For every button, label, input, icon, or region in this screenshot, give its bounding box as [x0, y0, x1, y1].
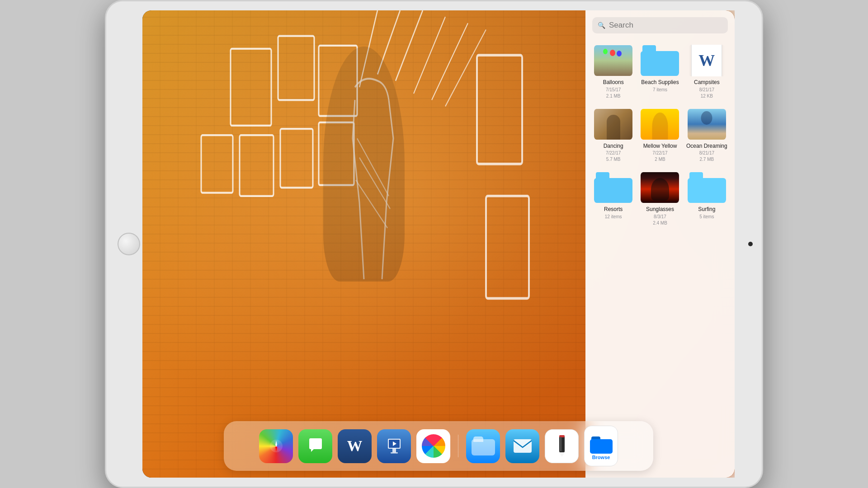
file-item-resorts[interactable]: Resorts 12 items: [590, 167, 637, 231]
browse-label: Browse: [592, 455, 610, 460]
file-name-campsites: Campsites: [694, 79, 720, 86]
dock-divider: [458, 435, 458, 457]
safari-compass-icon: [267, 437, 285, 455]
file-item-balloons[interactable]: Balloons 7/15/172.1 MB: [590, 40, 637, 104]
file-thumb-campsites: W: [688, 45, 726, 76]
file-name-ocean: Ocean Dreaming: [686, 143, 727, 150]
browse-folder-icon: [590, 436, 613, 454]
file-thumb-balloons: [594, 45, 632, 76]
dock-app-photos[interactable]: [416, 429, 450, 463]
dock-app-messages[interactable]: [298, 429, 332, 463]
ipad-frame: 🔍 Balloons 7/15: [105, 0, 763, 488]
photos-pinwheel-icon: [422, 434, 445, 458]
dock-app-keynote[interactable]: [377, 429, 411, 463]
file-item-dancing[interactable]: Dancing 7/22/175.7 MB: [590, 104, 637, 168]
ipad-screen: 🔍 Balloons 7/15: [142, 10, 735, 478]
mail-envelope-icon: [513, 438, 533, 454]
files-folder-icon: [472, 436, 495, 455]
file-meta-surfing: 5 items: [699, 214, 714, 220]
file-item-beach-supplies[interactable]: Beach Supplies 7 items: [637, 40, 683, 104]
files-panel: 🔍 Balloons 7/15: [585, 10, 735, 478]
side-sensor: [748, 242, 753, 246]
pencil-icon: [553, 434, 571, 458]
search-icon: 🔍: [598, 22, 605, 29]
svg-rect-30: [559, 435, 565, 437]
file-name-resorts: Resorts: [604, 206, 623, 213]
file-item-sunglasses[interactable]: Sunglasses 8/3/172.4 MB: [637, 167, 683, 231]
file-item-ocean-dreaming[interactable]: Ocean Dreaming 8/21/172.7 MB: [684, 104, 730, 168]
file-meta-resorts: 12 items: [605, 214, 622, 220]
messages-bubble-icon: [306, 436, 326, 456]
file-thumb-resorts: [594, 172, 632, 203]
home-button[interactable]: [118, 233, 140, 255]
dock-app-word[interactable]: W: [338, 429, 372, 463]
svg-rect-27: [514, 439, 532, 453]
file-item-mellow-yellow[interactable]: Mellow Yellow 7/22/172 MB: [637, 104, 683, 168]
dock: W: [224, 421, 653, 471]
file-meta-balloons: 7/15/172.1 MB: [606, 87, 621, 99]
file-meta-beach: 7 items: [653, 87, 667, 93]
file-thumb-surfing: [688, 172, 726, 203]
dock-app-safari[interactable]: [259, 429, 293, 463]
keynote-icon: [384, 436, 404, 456]
search-input[interactable]: [609, 21, 722, 30]
file-thumb-mellow: [641, 108, 679, 140]
file-name-beach: Beach Supplies: [641, 79, 679, 86]
file-meta-campsites: 8/21/1712 KB: [699, 87, 714, 99]
file-item-surfing[interactable]: Surfing 5 items: [684, 167, 730, 231]
svg-rect-24: [392, 449, 396, 452]
file-name-sunglasses: Sunglasses: [646, 206, 674, 213]
word-w-icon: W: [347, 437, 363, 455]
dock-app-files[interactable]: [466, 429, 500, 463]
file-meta-dancing: 7/22/175.7 MB: [606, 150, 621, 163]
file-meta-mellow: 7/22/172 MB: [652, 150, 667, 163]
svg-rect-25: [391, 452, 398, 454]
file-item-campsites[interactable]: W Campsites 8/21/1712 KB: [684, 40, 730, 104]
file-name-surfing: Surfing: [698, 206, 715, 213]
file-thumb-dancing: [594, 108, 632, 140]
file-name-dancing: Dancing: [604, 143, 623, 150]
dock-app-browse[interactable]: Browse: [584, 426, 618, 466]
search-bar[interactable]: 🔍: [592, 17, 728, 33]
person-silhouette: [323, 47, 405, 282]
dock-app-pencil[interactable]: [545, 429, 579, 463]
word-icon: W: [698, 52, 715, 69]
file-name-balloons: Balloons: [603, 79, 624, 86]
dock-app-mail[interactable]: [505, 429, 539, 463]
files-grid: Balloons 7/15/172.1 MB Beach Supplies 7: [585, 38, 735, 233]
file-thumb-sunglasses: [641, 172, 679, 203]
svg-marker-29: [559, 452, 565, 457]
svg-rect-28: [559, 436, 565, 452]
svg-rect-31: [560, 437, 561, 451]
file-meta-sunglasses: 8/3/172.4 MB: [653, 214, 667, 226]
file-meta-ocean: 8/21/172.7 MB: [699, 150, 714, 163]
file-thumb-ocean: [688, 108, 726, 140]
file-thumb-beach: [641, 45, 679, 76]
file-name-mellow: Mellow Yellow: [643, 143, 677, 150]
